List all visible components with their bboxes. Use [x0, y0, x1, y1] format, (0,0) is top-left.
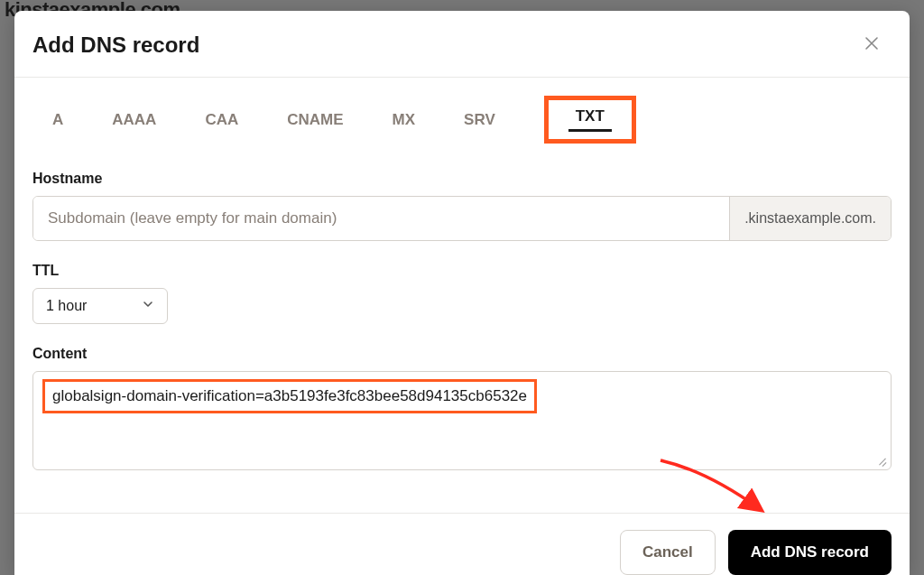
ttl-select[interactable]: 1 hour [32, 288, 168, 324]
modal-footer: Cancel Add DNS record [14, 513, 910, 575]
highlight-txt-tab: TXT [544, 96, 636, 144]
content-label: Content [32, 346, 892, 362]
domain-suffix: .kinstaexample.com. [729, 197, 891, 240]
modal-header: Add DNS record [14, 11, 910, 77]
content-textarea[interactable]: globalsign-domain-verification=a3b5193fe… [32, 371, 892, 470]
modal-body: Hostname .kinstaexample.com. TTL 1 hour … [14, 154, 910, 513]
close-icon [864, 34, 879, 54]
tab-aaaa[interactable]: AAAA [112, 107, 156, 133]
highlight-content-value: globalsign-domain-verification=a3b5193fe… [42, 379, 537, 413]
tab-caa[interactable]: CAA [205, 107, 238, 133]
add-dns-record-button[interactable]: Add DNS record [728, 530, 892, 575]
cancel-button[interactable]: Cancel [620, 530, 716, 575]
chevron-down-icon [142, 298, 154, 314]
close-button[interactable] [859, 29, 884, 60]
hostname-label: Hostname [32, 171, 892, 187]
tab-cname[interactable]: CNAME [287, 107, 343, 133]
ttl-group: TTL 1 hour [32, 263, 892, 324]
record-type-tabs: A AAAA CAA CNAME MX SRV TXT [14, 78, 910, 154]
tab-srv[interactable]: SRV [464, 107, 495, 133]
hostname-input-row: .kinstaexample.com. [32, 196, 892, 241]
ttl-label: TTL [32, 263, 892, 279]
content-group: Content globalsign-domain-verification=a… [32, 346, 892, 470]
resize-handle-icon[interactable] [876, 455, 887, 466]
hostname-input[interactable] [33, 197, 729, 240]
ttl-value: 1 hour [46, 298, 87, 314]
hostname-group: Hostname .kinstaexample.com. [32, 171, 892, 241]
tab-mx[interactable]: MX [393, 107, 416, 133]
tab-txt[interactable]: TXT [568, 106, 612, 132]
add-dns-modal: Add DNS record A AAAA CAA CNAME MX SRV T… [14, 11, 910, 575]
modal-title: Add DNS record [32, 32, 199, 58]
tab-a[interactable]: A [52, 107, 63, 133]
